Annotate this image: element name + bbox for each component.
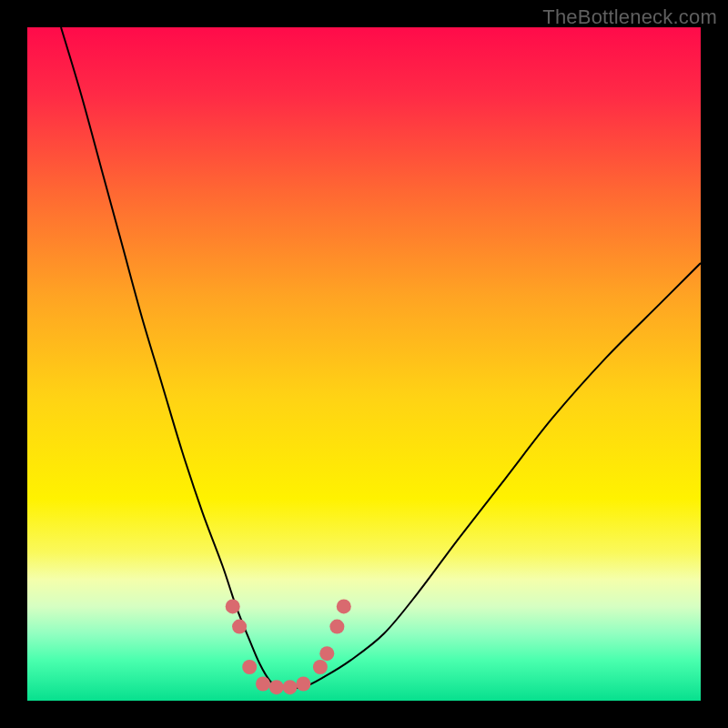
curve-marker xyxy=(329,620,344,634)
curve-marker xyxy=(283,680,298,694)
bottleneck-curve xyxy=(27,27,701,701)
watermark-text: TheBottleneck.com xyxy=(542,5,717,29)
curve-marker xyxy=(337,599,351,613)
curve-marker xyxy=(256,677,270,692)
curve-marker xyxy=(232,620,247,634)
curve-marker xyxy=(269,680,284,694)
curve-marker xyxy=(226,599,240,613)
black-frame: TheBottleneck.com xyxy=(0,0,728,728)
curve-marker xyxy=(296,677,310,692)
curve-marker xyxy=(242,660,257,674)
curve-marker xyxy=(313,660,328,674)
curve-marker xyxy=(319,646,334,661)
plot-area xyxy=(27,27,701,701)
curve-path xyxy=(61,27,701,688)
